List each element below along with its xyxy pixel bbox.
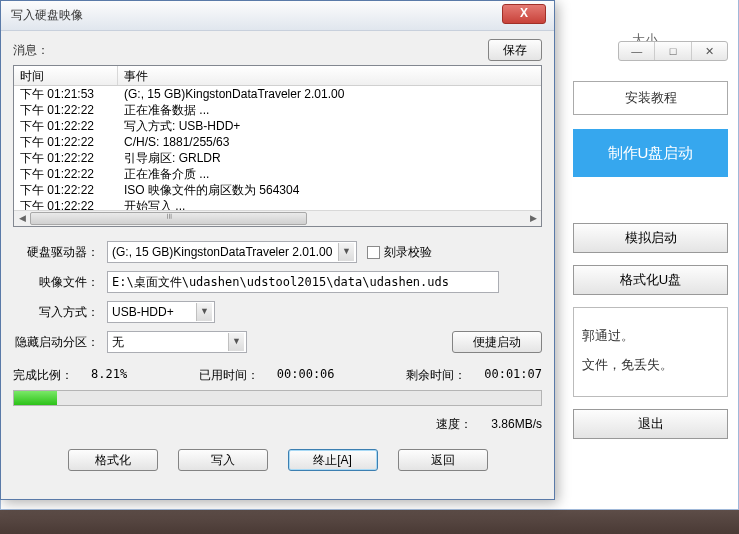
hidden-partition-value: 无 [112,332,124,352]
log-time: 下午 01:22:22 [14,150,118,166]
col-event[interactable]: 事件 [118,66,541,85]
maximize-icon[interactable]: □ [655,42,691,60]
info-panel: 郭通过。 文件，免丢失。 [573,307,728,397]
log-row[interactable]: 下午 01:22:22正在准备介质 ... [14,166,541,182]
log-row[interactable]: 下午 01:22:22写入方式: USB-HDD+ [14,118,541,134]
verify-label: 刻录校验 [384,244,432,261]
close-button[interactable]: X [502,4,546,24]
drive-select[interactable]: (G:, 15 GB)KingstonDataTraveler 2.01.00 … [107,241,357,263]
log-row[interactable]: 下午 01:21:53(G:, 15 GB)KingstonDataTravel… [14,86,541,102]
log-event: 正在准备介质 ... [118,166,541,182]
log-row[interactable]: 下午 01:22:22正在准备数据 ... [14,102,541,118]
log-time: 下午 01:22:22 [14,118,118,134]
format-usb-button[interactable]: 格式化U盘 [573,265,728,295]
window-controls: — □ ✕ [618,41,728,61]
exit-button[interactable]: 退出 [573,409,728,439]
progress-bar [13,390,542,406]
col-time[interactable]: 时间 [14,66,118,85]
info-panel-line: 郭通过。 [582,322,719,351]
remain-label: 剩余时间： [406,367,466,384]
write-mode-select[interactable]: USB-HDD+ ▼ [107,301,215,323]
chevron-down-icon[interactable]: ▼ [338,243,354,261]
write-button[interactable]: 写入 [178,449,268,471]
write-mode-value: USB-HDD+ [112,302,174,322]
elapsed-value: 00:00:06 [277,367,335,384]
horizontal-scrollbar[interactable]: ◀ ▶ [14,210,541,226]
log-event: C/H/S: 1881/255/63 [118,134,541,150]
log-time: 下午 01:22:22 [14,102,118,118]
log-time: 下午 01:22:22 [14,198,118,210]
log-listview[interactable]: 时间 事件 下午 01:21:53(G:, 15 GB)KingstonData… [13,65,542,227]
log-row[interactable]: 下午 01:22:22开始写入 ... [14,198,541,210]
quick-boot-button[interactable]: 便捷启动 [452,331,542,353]
minimize-icon[interactable]: — [619,42,655,60]
log-header: 时间 事件 [14,66,541,86]
log-event: ISO 映像文件的扇区数为 564304 [118,182,541,198]
dialog-title: 写入硬盘映像 [11,7,83,24]
log-time: 下午 01:22:22 [14,182,118,198]
log-event: 引导扇区: GRLDR [118,150,541,166]
hidden-partition-select[interactable]: 无 ▼ [107,331,247,353]
make-usb-boot-button[interactable]: 制作U盘启动 [573,129,728,177]
format-button[interactable]: 格式化 [68,449,158,471]
percent-value: 8.21% [91,367,127,384]
log-row[interactable]: 下午 01:22:22C/H/S: 1881/255/63 [14,134,541,150]
drive-value: (G:, 15 GB)KingstonDataTraveler 2.01.00 [112,242,332,262]
speed-value: 3.86MB/s [491,417,542,431]
info-panel-line: 文件，免丢失。 [582,351,719,380]
write-mode-label: 写入方式： [13,304,107,321]
info-label: 消息： [13,42,49,59]
log-time: 下午 01:22:22 [14,166,118,182]
titlebar[interactable]: 写入硬盘映像 X [1,1,554,31]
image-file-label: 映像文件： [13,274,107,291]
write-disk-image-dialog: 写入硬盘映像 X 消息： 保存 时间 事件 下午 01:21:53(G:, 15… [0,0,555,500]
abort-button[interactable]: 终止[A] [288,449,378,471]
log-time: 下午 01:22:22 [14,134,118,150]
elapsed-label: 已用时间： [199,367,259,384]
chevron-down-icon[interactable]: ▼ [196,303,212,321]
log-event: 正在准备数据 ... [118,102,541,118]
scroll-left-icon[interactable]: ◀ [14,211,30,227]
back-button[interactable]: 返回 [398,449,488,471]
image-file-input[interactable]: E:\桌面文件\udashen\udstool2015\data\udashen… [107,271,499,293]
install-tutorial-button[interactable]: 安装教程 [573,81,728,115]
chevron-down-icon[interactable]: ▼ [228,333,244,351]
verify-checkbox[interactable] [367,246,380,259]
simulate-boot-button[interactable]: 模拟启动 [573,223,728,253]
scroll-thumb[interactable] [30,212,307,225]
progress-fill [14,391,57,405]
drive-label: 硬盘驱动器： [13,244,107,261]
log-event: 写入方式: USB-HDD+ [118,118,541,134]
log-event: 开始写入 ... [118,198,541,210]
remain-value: 00:01:07 [484,367,542,384]
log-time: 下午 01:21:53 [14,86,118,102]
save-button[interactable]: 保存 [488,39,542,61]
log-row[interactable]: 下午 01:22:22ISO 映像文件的扇区数为 564304 [14,182,541,198]
close-icon[interactable]: ✕ [692,42,727,60]
log-event: (G:, 15 GB)KingstonDataTraveler 2.01.00 [118,86,541,102]
scroll-right-icon[interactable]: ▶ [525,211,541,227]
log-row[interactable]: 下午 01:22:22引导扇区: GRLDR [14,150,541,166]
speed-label: 速度： [436,417,472,431]
hidden-partition-label: 隐藏启动分区： [13,334,107,351]
percent-label: 完成比例： [13,367,73,384]
